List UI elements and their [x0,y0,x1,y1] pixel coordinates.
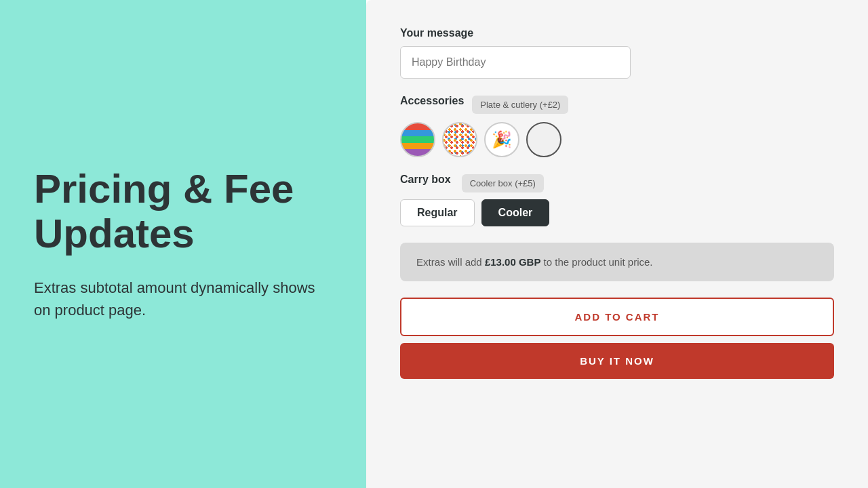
right-panel: Your message Accessories Plate & cutlery… [366,0,868,488]
extras-info-text: Extras will add [416,256,485,268]
carry-box-label: Carry box [400,174,451,186]
message-label: Your message [400,27,834,39]
extras-info-box: Extras will add £13.00 GBP to the produc… [400,243,834,281]
accessories-row: Accessories Plate & cutlery (+£2) [400,95,834,114]
add-to-cart-button[interactable]: ADD TO CART [400,298,834,336]
accessory-icon-empty[interactable] [526,122,561,157]
accessory-icons-group: 🎉 [400,122,834,157]
accessories-section: Accessories Plate & cutlery (+£2) 🎉 [400,95,834,157]
carry-box-header: Carry box Cooler box (+£5) [400,174,834,192]
main-description: Extras subtotal amount dynamically shows… [34,277,332,321]
accessories-tooltip: Plate & cutlery (+£2) [472,96,568,114]
accessory-icon-confetti[interactable] [442,122,477,157]
extras-suffix: to the product unit price. [540,256,652,268]
action-buttons: ADD TO CART BUY IT NOW [400,298,834,379]
buy-now-button[interactable]: BUY IT NOW [400,343,834,379]
accessories-label: Accessories [400,95,464,107]
message-input[interactable] [400,46,631,79]
accessory-icon-hat[interactable]: 🎉 [484,122,519,157]
carry-box-tooltip: Cooler box (+£5) [462,174,544,192]
accessory-icon-stripes[interactable] [400,122,435,157]
carry-box-buttons: Regular Cooler [400,199,834,226]
message-section: Your message [400,27,834,79]
left-panel: Pricing & Fee Updates Extras subtotal am… [0,0,366,488]
carry-box-section: Carry box Cooler box (+£5) Regular Coole… [400,174,834,226]
extras-price: £13.00 GBP [485,256,541,268]
main-heading: Pricing & Fee Updates [34,167,332,256]
cooler-box-button[interactable]: Cooler [481,199,550,226]
regular-box-button[interactable]: Regular [400,199,475,226]
